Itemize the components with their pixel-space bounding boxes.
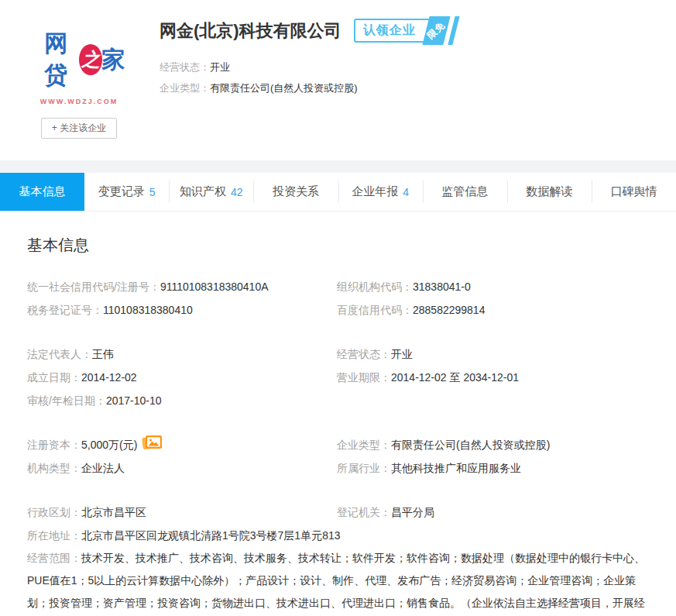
- tab-annual-reports[interactable]: 企业年报4: [338, 173, 423, 211]
- field-label: 登记机关：: [337, 506, 391, 518]
- header: 网贷 之 家 WWW.WDZJ.COM + 关注该企业 网金(北京)科技有限公司…: [0, 0, 676, 160]
- field-value: 其他科技推广和应用服务业: [391, 462, 521, 474]
- info-row: 税务登记证号：110108318380410 百度信用代码：2885822998…: [27, 298, 649, 322]
- field-value: 31838041-0: [413, 280, 471, 293]
- brand-column: 网贷 之 家 WWW.WDZJ.COM + 关注该企业: [33, 17, 125, 139]
- type-value: 有限责任公司(自然人投资或控股): [210, 82, 358, 94]
- field-label: 成立日期：: [27, 371, 81, 384]
- field-value: 288582299814: [413, 304, 485, 316]
- field-label: 经营范围：: [27, 552, 81, 564]
- field-value: 5,000万(元): [81, 439, 137, 451]
- basic-info-panel: 基本信息 统一社会信用代码/注册号：91110108318380410A 组织机…: [0, 212, 676, 616]
- field-value: 开业: [391, 348, 413, 360]
- field-label: 企业类型：: [337, 439, 391, 451]
- field-label: 营业期限：: [337, 371, 391, 384]
- section-title: 基本信息: [27, 235, 649, 256]
- info-row: 行政区划：北京市昌平区 登记机关：昌平分局: [27, 501, 649, 524]
- tab-bar: 基本信息 变更记录5 知识产权42 投资关系 企业年报4 监管信息 数据解读 口…: [0, 173, 676, 212]
- field-label: 法定代表人：: [27, 348, 92, 360]
- field-value: 110108318380410: [103, 304, 193, 316]
- logo-url-text: WWW.WDZJ.COM: [33, 98, 125, 105]
- logo-text-left: 网贷: [33, 28, 80, 91]
- field-value: 昌平分局: [391, 506, 434, 518]
- claim-ribbon-icon: 限免: [422, 16, 450, 45]
- info-group-codes: 统一社会信用代码/注册号：91110108318380410A 组织机构代码：3…: [27, 275, 649, 322]
- type-label: 企业类型：: [160, 82, 210, 94]
- field-label: 统一社会信用代码/注册号：: [27, 280, 160, 293]
- follow-company-button[interactable]: + 关注该企业: [41, 118, 117, 139]
- field-value: 有限责任公司(自然人投资或控股): [391, 439, 550, 451]
- info-row: 法定代表人：王伟 经营状态：开业: [27, 342, 649, 366]
- info-row: 成立日期：2014-12-02 营业期限：2014-12-02 至 2034-1…: [27, 366, 649, 389]
- business-scope-text: 技术开发、技术推广、技术咨询、技术服务、技术转让；软件开发；软件咨询；数据处理（…: [27, 552, 645, 616]
- claim-badge-label: 认领企业: [363, 23, 416, 36]
- info-row: 审核/年检日期：2017-10-10: [27, 389, 649, 412]
- info-row: 机构类型：企业法人 所属行业：其他科技推广和应用服务业: [27, 456, 649, 480]
- field-label: 百度信用代码：: [337, 304, 413, 316]
- field-label: 审核/年检日期：: [27, 394, 106, 407]
- title-row: 网金(北京)科技有限公司 认领企业 限免: [160, 19, 462, 43]
- info-row: 统一社会信用代码/注册号：91110108318380410A 组织机构代码：3…: [27, 275, 649, 298]
- tab-basic-info[interactable]: 基本信息: [0, 173, 84, 211]
- tab-investment-relations[interactable]: 投资关系: [253, 173, 338, 211]
- status-label: 经营状态：: [160, 61, 210, 73]
- tab-change-records[interactable]: 变更记录5: [84, 173, 169, 211]
- field-value: 王伟: [92, 348, 114, 360]
- header-status-row: 经营状态：开业: [160, 60, 462, 75]
- tab-data-interpretation[interactable]: 数据解读: [507, 173, 592, 211]
- field-value: 北京市昌平区回龙观镇北清路1号院3号楼7层1单元813: [81, 529, 341, 542]
- company-name: 网金(北京)科技有限公司: [160, 19, 341, 43]
- header-type-row: 企业类型：有限责任公司(自然人投资或控股): [160, 81, 462, 96]
- tab-public-opinion[interactable]: 口碑舆情: [592, 173, 676, 211]
- info-group-location-scope: 行政区划：北京市昌平区 登记机关：昌平分局 所在地址：北京市昌平区回龙观镇北清路…: [27, 501, 649, 616]
- field-value: 2014-12-02: [81, 371, 137, 384]
- logo-text-right: 家: [101, 44, 125, 76]
- tab-intellectual-property[interactable]: 知识产权42: [169, 173, 253, 211]
- field-label: 经营状态：: [337, 348, 391, 360]
- field-value: 2014-12-02 至 2034-12-01: [391, 371, 519, 384]
- license-photo-icon[interactable]: [142, 434, 163, 452]
- info-row-address: 所在地址：北京市昌平区回龙观镇北清路1号院3号楼7层1单元813: [27, 524, 649, 547]
- field-value: 2017-10-10: [106, 394, 162, 407]
- field-label: 税务登记证号：: [27, 304, 103, 316]
- info-group-capital: 注册资本：5,000万(元) 企业类型：有限责任公司(自然人投资或控股) 机构类…: [27, 433, 649, 480]
- tab-regulatory-info[interactable]: 监管信息: [423, 173, 507, 211]
- field-label: 机构类型：: [27, 462, 81, 474]
- field-label: 注册资本：: [27, 439, 81, 451]
- status-value: 开业: [210, 61, 230, 73]
- field-label: 组织机构代码：: [337, 280, 413, 293]
- field-value: 北京市昌平区: [81, 506, 146, 518]
- wdzj-logo: 网贷 之 家 WWW.WDZJ.COM: [33, 28, 125, 105]
- field-value: 企业法人: [81, 462, 125, 474]
- field-label: 所在地址：: [27, 529, 81, 542]
- field-label: 行政区划：: [27, 506, 81, 518]
- company-summary: 网金(北京)科技有限公司 认领企业 限免 经营状态：开业 企业类型：有限责任公司…: [160, 17, 462, 139]
- field-label: 所属行业：: [337, 462, 391, 474]
- info-row: 注册资本：5,000万(元) 企业类型：有限责任公司(自然人投资或控股): [27, 433, 649, 456]
- company-profile-page: 网贷 之 家 WWW.WDZJ.COM + 关注该企业 网金(北京)科技有限公司…: [0, 0, 676, 616]
- business-scope-row: 经营范围：技术开发、技术推广、技术咨询、技术服务、技术转让；软件开发；软件咨询；…: [27, 547, 649, 616]
- field-value: 91110108318380410A: [160, 280, 269, 293]
- header-divider-strip: [0, 160, 676, 173]
- logo-wordmark: 网贷 之 家: [33, 28, 125, 91]
- logo-zhi-oval-icon: 之: [79, 44, 102, 75]
- info-group-dates: 法定代表人：王伟 经营状态：开业 成立日期：2014-12-02 营业期限：20…: [27, 342, 649, 412]
- claim-company-badge[interactable]: 认领企业 限免: [354, 19, 444, 43]
